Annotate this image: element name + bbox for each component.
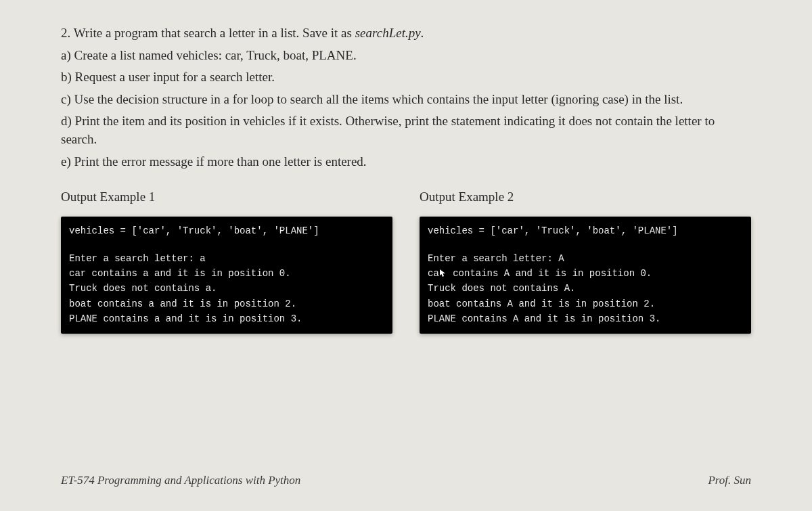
step-b: b) Request a user input for a search let…	[61, 68, 751, 87]
page: 2. Write a program that search a letter …	[0, 0, 812, 511]
t1-gap	[69, 239, 384, 251]
t1-boat: boat contains a and it is in position 2.	[69, 298, 296, 309]
step-a: a) Create a list named vehicles: car, Tr…	[61, 47, 751, 65]
t1-plane: PLANE contains a and it is in position 3…	[69, 313, 302, 324]
output-example-2: Output Example 2 vehicles = ['car', 'Tru…	[420, 190, 751, 333]
t2-car-pre: ca	[428, 268, 439, 279]
footer-course: ET-574 Programming and Applications with…	[61, 474, 300, 487]
step-e: e) Print the error message if more than …	[61, 153, 751, 171]
t1-truck: Truck does not contains a.	[69, 283, 217, 294]
footer: ET-574 Programming and Applications with…	[61, 474, 751, 487]
output-example-1: Output Example 1 vehicles = ['car', 'Tru…	[61, 190, 392, 333]
intro-text: 2. Write a program that search a letter …	[61, 26, 355, 40]
t2-plane: PLANE contains A and it is in position 3…	[428, 313, 660, 324]
t2-vehicles: vehicles = ['car', 'Truck', 'boat', 'PLA…	[428, 225, 678, 236]
example1-title: Output Example 1	[61, 190, 392, 204]
t2-gap	[428, 239, 743, 251]
t2-enter: Enter a search letter: A	[428, 253, 564, 264]
t2-car-post: contains A and it is in position 0.	[447, 268, 652, 279]
t1-car: car contains a and it is in position 0.	[69, 268, 291, 279]
step-d: d) Print the item and its position in ve…	[61, 112, 751, 148]
t1-enter: Enter a search letter: a	[69, 253, 206, 264]
t1-vehicles: vehicles = ['car', 'Truck', 'boat', 'PLA…	[69, 225, 319, 236]
examples-row: Output Example 1 vehicles = ['car', 'Tru…	[61, 190, 751, 333]
terminal-1: vehicles = ['car', 'Truck', 'boat', 'PLA…	[61, 217, 392, 333]
t2-boat: boat contains A and it is in position 2.	[428, 298, 655, 309]
step-c: c) Use the decision structure in a for l…	[61, 91, 751, 109]
filename: searchLet.py	[355, 26, 421, 40]
intro-end: .	[421, 26, 424, 40]
terminal-2: vehicles = ['car', 'Truck', 'boat', 'PLA…	[420, 217, 751, 333]
problem-statement: 2. Write a program that search a letter …	[61, 24, 751, 171]
t2-truck: Truck does not contains A.	[428, 283, 575, 294]
problem-intro-line: 2. Write a program that search a letter …	[61, 24, 751, 43]
example2-title: Output Example 2	[420, 190, 751, 204]
cursor-icon	[439, 269, 447, 278]
footer-prof: Prof. Sun	[708, 474, 751, 487]
